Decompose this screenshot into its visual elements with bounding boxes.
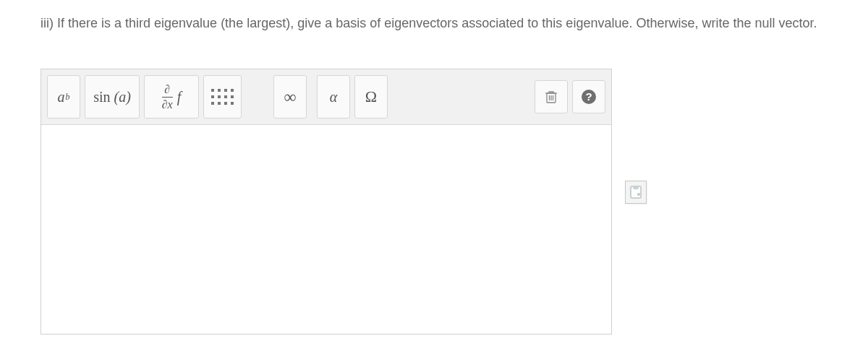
help-button[interactable]: ? [572,80,605,113]
math-editor: ab sin (a) ∂ ∂x f ∞ [41,69,612,335]
partial-fraction: ∂ ∂x [162,84,173,111]
editor-wrapper: ab sin (a) ∂ ∂x f ∞ [41,69,827,335]
alpha-button[interactable]: α [317,75,350,118]
trash-button[interactable] [535,80,568,113]
partial-derivative-button[interactable]: ∂ ∂x f [144,75,199,118]
partial-den: ∂x [162,97,173,111]
power-base: a [58,89,65,105]
matrix-button[interactable] [203,75,242,118]
fullscreen-icon [629,185,642,199]
power-button[interactable]: ab [47,75,80,118]
math-input-area[interactable] [41,124,611,334]
partial-f: f [177,89,182,105]
svg-text:?: ? [585,90,592,103]
sin-button[interactable]: sin (a) [85,75,140,118]
power-exponent: b [66,92,70,103]
sin-label: sin [93,89,110,105]
partial-num: ∂ [164,84,170,97]
help-icon: ? [581,89,597,105]
fullscreen-button[interactable] [625,181,647,204]
right-tools: ? [535,80,605,113]
toolbar: ab sin (a) ∂ ∂x f ∞ [41,69,611,124]
sin-arg: a [119,89,126,105]
matrix-icon [211,89,234,105]
omega-button[interactable]: Ω [354,75,388,118]
trash-icon [545,90,558,104]
infinity-button[interactable]: ∞ [273,75,307,118]
question-text: iii) If there is a third eigenvalue (the… [41,14,827,33]
